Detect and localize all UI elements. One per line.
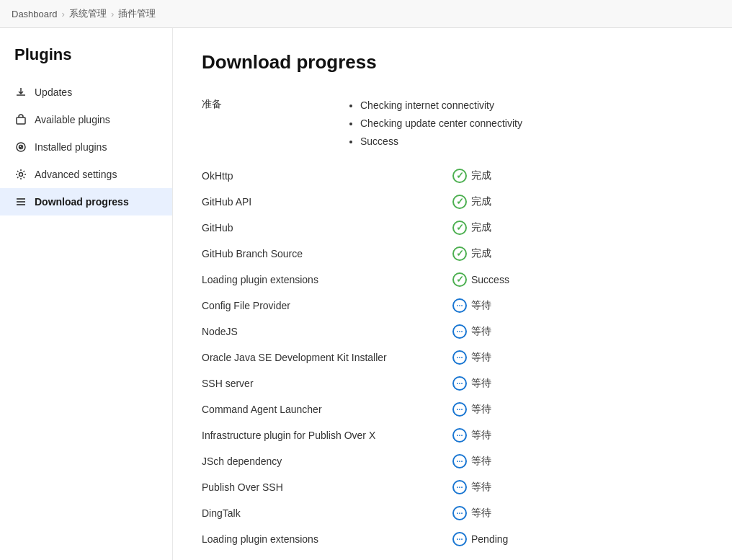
sidebar-item-download-progress[interactable]: Download progress bbox=[0, 188, 172, 215]
pending-icon: ··· bbox=[452, 428, 467, 443]
sidebar-item-installed[interactable]: Installed plugins bbox=[0, 133, 172, 161]
progress-table: OkHttp✓完成GitHub API✓完成GitHub✓完成GitHub Br… bbox=[202, 163, 703, 552]
plugin-status-text: 等待 bbox=[471, 507, 491, 520]
plugin-name: JSch dependency bbox=[202, 448, 452, 474]
plugin-status: ✓完成 bbox=[452, 189, 703, 215]
plugin-status-text: 等待 bbox=[471, 429, 491, 442]
plugin-name: DingTalk bbox=[202, 500, 452, 526]
prep-section: 准备 Checking internet connectivityCheckin… bbox=[202, 91, 703, 163]
pending-icon: ··· bbox=[452, 506, 467, 520]
plugin-status: ✓完成 bbox=[452, 215, 703, 241]
plugin-status-text: 完成 bbox=[471, 247, 491, 260]
done-icon: ✓ bbox=[452, 272, 467, 287]
sidebar-item-available[interactable]: Available plugins bbox=[0, 106, 172, 133]
page-title: Download progress bbox=[202, 51, 703, 74]
pending-icon: ··· bbox=[452, 480, 467, 494]
plugin-status: ✓Success bbox=[452, 267, 703, 293]
plugin-status: ···等待 bbox=[452, 500, 703, 526]
sidebar-item-advanced[interactable]: Advanced settings bbox=[0, 161, 172, 188]
plugin-status-text: 等待 bbox=[471, 455, 491, 468]
pending-icon: ··· bbox=[452, 532, 467, 546]
done-icon: ✓ bbox=[452, 195, 467, 209]
plugin-status: ···等待 bbox=[452, 422, 703, 448]
prep-check-item: Success bbox=[360, 133, 522, 151]
plugin-status-text: 等待 bbox=[471, 403, 491, 416]
plugin-status: ···Pending bbox=[452, 526, 703, 552]
done-icon: ✓ bbox=[452, 169, 467, 183]
sidebar-item-available-label: Available plugins bbox=[35, 114, 110, 125]
prep-check-item: Checking update center connectivity bbox=[360, 115, 522, 133]
sidebar-title: Plugins bbox=[0, 45, 172, 79]
plugin-name: Publish Over SSH bbox=[202, 474, 452, 500]
plugin-status: ···等待 bbox=[452, 370, 703, 396]
pending-icon: ··· bbox=[452, 298, 467, 313]
download-icon bbox=[14, 86, 27, 99]
plugin-status-text: Pending bbox=[471, 533, 508, 545]
svg-rect-0 bbox=[17, 117, 25, 124]
breadcrumb-item-dashboard[interactable]: Dashboard bbox=[12, 9, 58, 19]
plugin-name: Oracle Java SE Development Kit Installer bbox=[202, 345, 452, 370]
breadcrumb-sep-1: › bbox=[62, 9, 65, 19]
pending-icon: ··· bbox=[452, 324, 467, 339]
breadcrumb-sep-2: › bbox=[111, 9, 114, 19]
plugin-status: ···等待 bbox=[452, 448, 703, 474]
pending-icon: ··· bbox=[452, 402, 467, 417]
plugin-status: ···等待 bbox=[452, 396, 703, 422]
prep-check-item: Checking internet connectivity bbox=[360, 97, 522, 115]
prep-label: 准备 bbox=[202, 97, 346, 151]
svg-point-3 bbox=[19, 173, 23, 177]
pending-icon: ··· bbox=[452, 454, 467, 468]
done-icon: ✓ bbox=[452, 221, 467, 235]
plugin-name: Infrastructure plugin for Publish Over X bbox=[202, 422, 452, 448]
plugin-name: Loading plugin extensions bbox=[202, 526, 452, 552]
sidebar-item-updates-label: Updates bbox=[35, 86, 72, 98]
plugin-name: OkHttp bbox=[202, 163, 452, 189]
sidebar-item-download-progress-label: Download progress bbox=[35, 196, 129, 208]
plugin-status: ···等待 bbox=[452, 474, 703, 500]
main-content: Download progress 准备 Checking internet c… bbox=[173, 28, 732, 560]
plugin-status-text: 等待 bbox=[471, 351, 491, 364]
list-icon bbox=[14, 195, 27, 208]
pending-icon: ··· bbox=[452, 376, 467, 391]
plugin-status: ···等待 bbox=[452, 293, 703, 319]
plugin-status-text: 完成 bbox=[471, 195, 491, 208]
installed-icon bbox=[14, 141, 27, 154]
plugin-status-text: 完成 bbox=[471, 169, 491, 182]
plugin-status: ✓完成 bbox=[452, 163, 703, 189]
plugin-status-text: 等待 bbox=[471, 299, 491, 312]
plugin-name: Config File Provider bbox=[202, 293, 452, 319]
store-icon bbox=[14, 113, 27, 126]
pending-icon: ··· bbox=[452, 350, 467, 365]
plugin-status: ✓完成 bbox=[452, 241, 703, 267]
plugin-name: GitHub API bbox=[202, 189, 452, 215]
plugin-name: Loading plugin extensions bbox=[202, 267, 452, 293]
sidebar-item-advanced-label: Advanced settings bbox=[35, 169, 117, 180]
prep-checks-list: Checking internet connectivityChecking u… bbox=[346, 97, 522, 151]
advanced-icon bbox=[14, 168, 27, 181]
plugin-name: Command Agent Launcher bbox=[202, 396, 452, 422]
sidebar-item-installed-label: Installed plugins bbox=[35, 141, 107, 153]
plugin-status-text: 等待 bbox=[471, 481, 491, 494]
plugin-status-text: 等待 bbox=[471, 325, 491, 338]
plugin-name: GitHub Branch Source bbox=[202, 241, 452, 267]
breadcrumb: Dashboard › 系统管理 › 插件管理 bbox=[0, 0, 732, 28]
breadcrumb-item-plugins[interactable]: 插件管理 bbox=[118, 7, 156, 20]
breadcrumb-item-sysmanage[interactable]: 系统管理 bbox=[69, 7, 107, 20]
sidebar-item-updates[interactable]: Updates bbox=[0, 79, 172, 106]
sidebar: Plugins Updates Available plugins bbox=[0, 28, 173, 560]
plugin-name: SSH server bbox=[202, 370, 452, 396]
done-icon: ✓ bbox=[452, 246, 467, 261]
plugin-status-text: 完成 bbox=[471, 221, 491, 234]
plugin-status-text: 等待 bbox=[471, 377, 491, 390]
plugin-status-text: Success bbox=[471, 274, 509, 285]
plugin-status: ···等待 bbox=[452, 345, 703, 370]
plugin-status: ···等待 bbox=[452, 319, 703, 345]
plugin-name: GitHub bbox=[202, 215, 452, 241]
plugin-name: NodeJS bbox=[202, 319, 452, 345]
